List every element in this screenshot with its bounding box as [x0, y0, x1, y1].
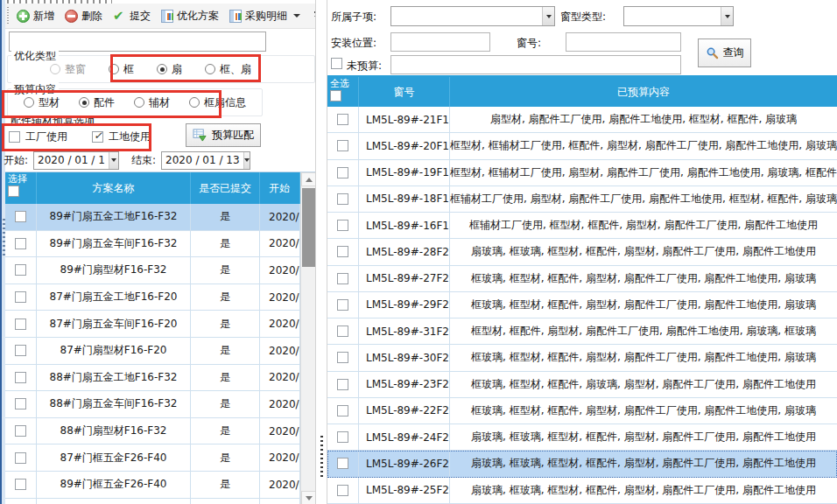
budget-row[interactable]: LM5L-89#-21F19 扇型材, 扇配件工厂使用, 扇配件工地使用, 框型… [327, 107, 837, 133]
budget-content-radio[interactable]: 辅材 [134, 95, 170, 110]
toolbar-button[interactable]: 提交 [108, 6, 156, 26]
no-budget-input[interactable] [390, 55, 681, 74]
plan-row[interactable]: 88#门扇五金车间F16-F32 是 2020/0 [5, 391, 300, 418]
chevron-down-icon[interactable] [542, 7, 554, 25]
select-all-checkbox[interactable] [8, 186, 19, 197]
budget-row[interactable]: LM5L-89#-26F24 扇玻璃, 框玻璃, 框型材, 框配件, 扇型材, … [327, 451, 837, 477]
scroll-up-icon[interactable] [301, 172, 315, 186]
plan-row[interactable]: 89#门框五金F26-F40 是 2020/0 [5, 472, 300, 499]
toolbar-button[interactable]: 新增 [11, 6, 60, 26]
row-checkbox[interactable] [15, 264, 26, 276]
plan-row[interactable]: 88#门扇五金工地F16-F32 是 2020/0 [5, 365, 300, 392]
budget-row[interactable]: LM5L-89#-29F27 框玻璃, 框型材, 框配件, 扇型材, 扇配件工厂… [327, 292, 837, 318]
budget-row[interactable]: LM5L-89#-19F17 框型材, 框辅材工厂使用, 扇型材, 扇配件工厂使… [327, 160, 837, 186]
budget-content-cell: 框型材, 框辅材工厂使用, 扇型材, 扇配件工厂使用, 扇配件工地使用, 扇玻璃… [450, 160, 837, 186]
budget-row[interactable]: LM5L-89#-25F23 扇玻璃, 框玻璃, 框型材, 框配件, 扇型材, … [327, 478, 837, 504]
row-checkbox[interactable] [337, 140, 348, 151]
row-checkbox[interactable] [337, 114, 348, 125]
usage-checkbox[interactable]: 工地使用 [92, 130, 151, 144]
row-checkbox[interactable] [15, 479, 26, 490]
scroll-down-icon[interactable] [301, 491, 315, 504]
date-end-picker[interactable]: 2020 / 01 / 13 [161, 151, 250, 170]
budget-row[interactable]: LM5L-89#-16F15 框辅材工厂使用, 框型材, 框配件, 扇型材, 扇… [327, 213, 837, 239]
row-checkbox[interactable] [337, 246, 348, 257]
budget-content-radio[interactable]: 型材 [24, 95, 60, 110]
row-checkbox[interactable] [15, 318, 26, 330]
budget-row[interactable]: LM5L-89#-23F21 框玻璃, 框型材, 框配件, 扇玻璃, 扇型材, … [327, 372, 837, 398]
row-checkbox[interactable] [337, 167, 348, 178]
scrollbar-thumb[interactable] [302, 188, 315, 267]
select-all-checkbox[interactable] [330, 90, 341, 102]
row-checkbox[interactable] [15, 452, 26, 464]
plan-row[interactable]: 87#门扇五金车间F16-F20 是 2020/0 [5, 311, 300, 338]
row-checkbox[interactable] [15, 291, 26, 303]
row-checkbox[interactable] [337, 220, 348, 231]
install-pos-input[interactable] [390, 32, 490, 52]
optimize-type-radio[interactable]: 框 [109, 62, 134, 77]
plan-row[interactable]: 88#门框五金F21-F40 是 2020/0 [5, 499, 300, 504]
sub-item-select[interactable] [390, 6, 555, 26]
window-no-label: 窗号: [517, 36, 541, 51]
chevron-down-icon[interactable] [243, 152, 250, 169]
row-checkbox[interactable] [337, 352, 348, 363]
plan-table-scrollbar[interactable] [300, 172, 315, 504]
budget-row[interactable]: LM5L-89#-31F29 框型材, 框配件, 扇型材, 扇配件工厂使用, 扇… [327, 318, 837, 345]
toolbar-button[interactable]: 删除 [60, 6, 108, 26]
budget-row[interactable]: LM5L-89#-22F20 框玻璃, 框型材, 框配件, 扇型材, 扇配件工厂… [327, 398, 837, 424]
budget-content-radio[interactable]: 配件 [79, 95, 115, 110]
plan-row[interactable]: 89#门扇型材F16-F32 是 2020/0 [5, 257, 300, 284]
window-type-select[interactable] [623, 6, 734, 26]
toolbar-button[interactable]: 优化方案 [156, 6, 224, 26]
radio-label: 辅材 [149, 95, 170, 110]
budget-row[interactable]: LM5L-89#-18F16 框辅材工厂使用, 扇型材, 扇配件工厂使用, 扇配… [327, 186, 837, 213]
budget-row[interactable]: LM5L-89#-24F22 扇玻璃, 框玻璃, 框型材, 框配件, 扇型材, … [327, 424, 837, 451]
query-button[interactable]: 查询 [698, 38, 751, 67]
budget-row[interactable]: LM5L-89#-20F18 框型材, 框辅材工厂使用, 框配件, 扇型材, 扇… [327, 133, 837, 159]
row-checkbox[interactable] [337, 485, 348, 496]
panel-splitter[interactable] [315, 0, 327, 504]
row-checkbox[interactable] [337, 431, 348, 443]
row-checkbox[interactable] [15, 211, 26, 222]
chevron-down-icon[interactable] [721, 7, 733, 25]
plan-table-header: 选择 方案名称 是否已提交 开始 [5, 172, 300, 204]
plan-row[interactable]: 87#门扇型材F16-F20 是 2020/0 [5, 338, 300, 365]
budget-row[interactable]: LM5L-89#-27F25 框玻璃, 框型材, 框配件, 扇型材, 扇配件工厂… [327, 266, 837, 292]
row-checkbox[interactable] [337, 405, 348, 416]
submitted-cell: 是 [191, 284, 260, 311]
row-checkbox[interactable] [337, 458, 348, 469]
row-checkbox[interactable] [15, 398, 26, 410]
submitted-cell: 是 [191, 444, 260, 471]
plan-row[interactable]: 87#门扇五金工地F16-F20 是 2020/0 [5, 284, 300, 312]
budget-content-radio[interactable]: 框扇信息 [189, 95, 246, 110]
row-checkbox[interactable] [337, 273, 348, 284]
row-checkbox[interactable] [15, 425, 26, 437]
optimize-type-radio[interactable]: 框、扇 [205, 62, 251, 77]
plan-row[interactable]: 89#门扇五金工地F16-F32 是 2020/0 [5, 204, 300, 231]
row-checkbox[interactable] [337, 326, 348, 337]
budget-match-button[interactable]: 预算匹配 [186, 123, 261, 147]
row-checkbox[interactable] [337, 299, 348, 311]
no-budget-checkbox[interactable] [331, 58, 342, 69]
toolbar-grip-icon[interactable] [7, 7, 9, 24]
usage-checkbox[interactable]: 工厂使用 [9, 130, 67, 144]
date-start-picker[interactable]: 2020 / 01 / 1 [33, 151, 119, 170]
budget-row[interactable]: LM5L-89#-28F26 扇玻璃, 框玻璃, 框型材, 框配件, 扇型材, … [327, 239, 837, 265]
row-checkbox[interactable] [15, 238, 26, 249]
budget-row[interactable]: LM5L-89#-30F28 框玻璃, 框型材, 框配件, 扇型材, 扇配件工厂… [327, 345, 837, 371]
budget-match-icon [193, 129, 207, 142]
optimize-type-radio[interactable]: 扇 [157, 62, 182, 77]
row-checkbox[interactable] [15, 345, 26, 356]
start-cell: 2020/0 [260, 418, 300, 444]
row-checkbox[interactable] [15, 372, 26, 383]
chevron-down-icon[interactable] [109, 152, 118, 169]
window-no-input[interactable] [566, 32, 681, 52]
optimize-type-radio[interactable]: 整窗 [50, 62, 86, 77]
toolbar-button[interactable]: 采购明细 [224, 6, 306, 26]
row-checkbox[interactable] [337, 193, 348, 205]
row-checkbox[interactable] [337, 379, 348, 390]
start-header: 开始 [260, 172, 300, 204]
radio-icon [109, 64, 119, 74]
plan-row[interactable]: 88#门扇型材F16-F32 是 2020/0 [5, 418, 300, 445]
plan-row[interactable]: 89#门扇五金车间F16-F32 是 2020/0 [5, 231, 300, 258]
plan-row[interactable]: 87#门框五金F26-F40 是 2020/0 [5, 444, 300, 472]
